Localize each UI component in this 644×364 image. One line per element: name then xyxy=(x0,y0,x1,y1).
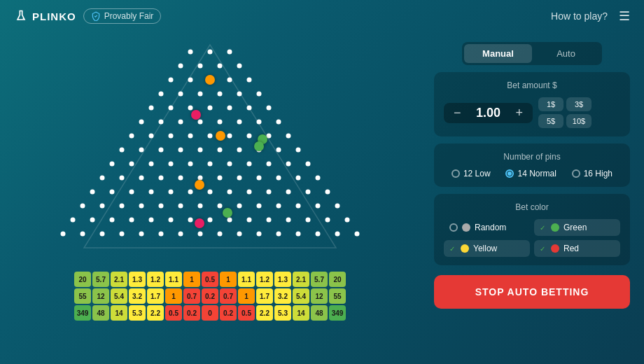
bet-decrease-button[interactable]: − xyxy=(451,106,464,120)
score-cell: 1.1 xyxy=(165,272,182,287)
pin xyxy=(100,176,105,181)
pins-options: 12 Low14 Normal16 High xyxy=(444,169,620,178)
score-cell: 1.2 xyxy=(256,272,273,287)
pin xyxy=(218,148,223,153)
score-cell: 1 xyxy=(165,288,182,304)
header: PLINKO Provably Fair How to play? ☰ xyxy=(0,0,644,32)
pin xyxy=(139,148,144,153)
pin xyxy=(188,78,193,83)
pin xyxy=(71,218,76,223)
quick-bet-button-3$[interactable]: 3$ xyxy=(566,97,592,111)
score-cell: 1.1 xyxy=(238,272,255,287)
pin xyxy=(276,120,281,125)
pin xyxy=(257,120,262,125)
score-cell: 5.7 xyxy=(92,272,109,287)
pin xyxy=(218,176,223,181)
color-option-red[interactable]: ✓Red xyxy=(534,240,620,257)
pin xyxy=(267,162,272,167)
pin xyxy=(208,106,213,111)
pin xyxy=(227,190,232,195)
pins-option-16-high[interactable]: 16 High xyxy=(572,169,612,178)
pin xyxy=(80,232,85,237)
pin xyxy=(159,176,164,181)
score-cell: 5.3 xyxy=(274,305,291,321)
pin xyxy=(326,218,330,223)
quick-bet-button-10$[interactable]: 10$ xyxy=(566,114,592,128)
radio-circle xyxy=(572,169,580,178)
plinko-ball-5 xyxy=(195,180,204,190)
pin xyxy=(335,232,340,237)
pin xyxy=(208,134,213,139)
score-row-1: 55125.43.21.710.70.20.711.73.25.41255 xyxy=(59,288,360,304)
pin xyxy=(335,204,340,209)
pin xyxy=(227,106,232,111)
pin xyxy=(110,218,115,223)
score-cell: 12 xyxy=(311,288,328,304)
pin xyxy=(237,64,242,69)
score-cell: 349 xyxy=(74,305,91,321)
color-option-random[interactable]: Random xyxy=(444,219,530,236)
pin xyxy=(149,162,154,167)
pin xyxy=(345,218,350,223)
score-cell: 5.4 xyxy=(293,288,309,304)
pin xyxy=(247,162,252,167)
pin xyxy=(306,162,311,167)
pin xyxy=(178,232,183,237)
quick-bet-button-1$[interactable]: 1$ xyxy=(538,97,564,111)
pins-option-12-low[interactable]: 12 Low xyxy=(451,169,491,178)
pin xyxy=(61,232,66,237)
pin xyxy=(218,204,223,209)
pin xyxy=(188,134,193,139)
plinko-ball-2 xyxy=(216,131,225,141)
pins-option-14-normal[interactable]: 14 Normal xyxy=(505,169,556,178)
tab-auto[interactable]: Auto xyxy=(532,44,600,63)
score-cell: 5.7 xyxy=(311,272,328,287)
pin xyxy=(306,190,311,195)
color-option-label: Yellow xyxy=(473,244,497,253)
pin xyxy=(306,218,311,223)
bet-increase-button[interactable]: + xyxy=(513,106,526,120)
score-cell: 2.1 xyxy=(111,272,127,287)
stop-auto-betting-button[interactable]: STOP AUTO BETTING xyxy=(434,275,630,309)
pin xyxy=(139,176,144,181)
flask-icon xyxy=(14,9,28,23)
pin xyxy=(120,148,125,153)
pin xyxy=(149,106,154,111)
quick-bet-button-5$[interactable]: 5$ xyxy=(538,114,564,128)
score-row-2: 34948145.32.20.50.200.20.52.25.31448349 xyxy=(59,305,360,321)
score-cell: 0.5 xyxy=(165,305,182,321)
color-panel: Bet color Random✓Green✓Yellow✓Red xyxy=(434,194,630,265)
score-cell: 12 xyxy=(92,288,109,304)
score-cell: 0.7 xyxy=(220,288,237,304)
hamburger-menu-icon[interactable]: ☰ xyxy=(619,8,630,24)
pin xyxy=(149,190,154,195)
color-option-label: Red xyxy=(564,244,579,253)
tab-manual[interactable]: Manual xyxy=(464,44,532,63)
pin xyxy=(159,204,164,209)
pin xyxy=(267,190,272,195)
radio-circle xyxy=(505,169,514,178)
pin xyxy=(257,92,262,97)
color-option-green[interactable]: ✓Green xyxy=(534,219,620,236)
score-cell: 0.5 xyxy=(202,272,218,287)
pin xyxy=(218,92,223,97)
pin xyxy=(198,148,203,153)
pin xyxy=(178,64,183,69)
svg-point-1 xyxy=(23,18,24,20)
score-cell: 2.2 xyxy=(256,305,273,321)
pin xyxy=(169,162,174,167)
how-to-play-link[interactable]: How to play? xyxy=(551,10,608,22)
pin xyxy=(130,162,134,167)
pin xyxy=(218,232,223,237)
pin xyxy=(100,232,105,237)
pin xyxy=(188,162,193,167)
plinko-ball-0 xyxy=(205,75,215,85)
provably-fair-badge[interactable]: Provably Fair xyxy=(83,8,162,24)
score-cell: 1.3 xyxy=(129,272,146,287)
score-row-0: 205.72.11.31.21.110.511.11.21.32.15.720 xyxy=(59,272,360,287)
pin xyxy=(316,232,321,237)
color-option-yellow[interactable]: ✓Yellow xyxy=(444,240,530,257)
pins-option-label: 14 Normal xyxy=(517,169,556,178)
pin xyxy=(296,176,301,181)
pin xyxy=(247,190,252,195)
